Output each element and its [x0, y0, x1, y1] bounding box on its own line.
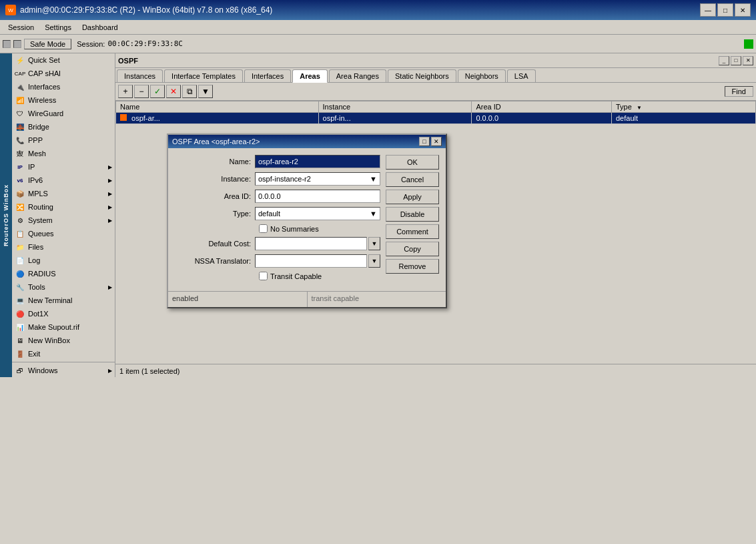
tab-area-ranges[interactable]: Area Ranges: [329, 69, 386, 82]
sidebar-label-quick-set: Quick Set: [28, 56, 60, 64]
tab-interfaces[interactable]: Interfaces: [244, 69, 291, 82]
new-winbox-icon: 🖥: [15, 335, 25, 346]
tools-arrow-icon: ▶: [108, 284, 112, 290]
mpls-arrow-icon: ▶: [108, 191, 112, 197]
sidebar-item-make-supout[interactable]: 📊 Make Supout.rif: [12, 320, 115, 334]
sidebar-item-exit[interactable]: 🚪 Exit: [12, 347, 115, 360]
apply-button[interactable]: Apply: [386, 190, 439, 204]
cancel-button[interactable]: Cancel: [386, 172, 439, 187]
sidebar-item-mesh[interactable]: 🕸 Mesh: [12, 147, 115, 160]
sidebar-item-dot1x[interactable]: 🔴 Dot1X: [12, 307, 115, 320]
sidebar-label-ipv6: IPv6: [28, 176, 43, 184]
sidebar-label-interfaces: Interfaces: [28, 83, 60, 91]
copy-button[interactable]: Copy: [386, 242, 439, 256]
areas-table: Name Instance Area ID Type ▼: [115, 101, 756, 124]
filter-button[interactable]: ▼: [198, 85, 213, 98]
default-cost-label: Default Cost:: [175, 240, 255, 248]
sidebar-item-mpls[interactable]: 📦 MPLS ▶: [12, 187, 115, 200]
sidebar-divider: [12, 362, 115, 362]
minimize-button[interactable]: —: [700, 3, 716, 17]
sidebar-item-interfaces[interactable]: 🔌 Interfaces: [12, 80, 115, 93]
dialog-restore-btn[interactable]: □: [419, 137, 430, 146]
sidebar-label-files: Files: [28, 243, 43, 251]
transit-capable-checkbox[interactable]: [259, 272, 268, 280]
remove-button[interactable]: Remove: [386, 259, 439, 274]
name-label: Name:: [175, 158, 255, 166]
sidebar-item-new-terminal[interactable]: 💻 New Terminal: [12, 294, 115, 307]
sidebar-item-windows[interactable]: 🗗 Windows ▶: [12, 364, 115, 377]
comment-button[interactable]: Comment: [386, 224, 439, 239]
nssa-translator-input[interactable]: [255, 254, 367, 268]
name-input[interactable]: [255, 155, 380, 168]
sidebar-label-windows: Windows: [28, 366, 58, 374]
ospf-close-btn[interactable]: ✕: [743, 56, 753, 65]
ospf-maximize-btn[interactable]: □: [731, 56, 741, 65]
disable-button[interactable]: Disable: [386, 207, 439, 222]
menu-dashboard[interactable]: Dashboard: [77, 22, 123, 33]
copy-button[interactable]: ⧉: [182, 85, 197, 98]
ok-button[interactable]: OK: [386, 155, 439, 170]
ospf-title-bar: OSPF _ □ ✕: [115, 53, 756, 68]
sidebar-item-ppp[interactable]: 📞 PPP: [12, 133, 115, 147]
tab-lsa[interactable]: LSA: [507, 69, 536, 82]
tab-instances[interactable]: Instances: [117, 69, 163, 82]
default-cost-input[interactable]: [255, 237, 367, 250]
title-bar-text: admin@00:0C:29:F9:33:8C (R2) - WinBox (6…: [20, 5, 272, 15]
col-name[interactable]: Name: [116, 101, 319, 113]
tab-interface-templates[interactable]: Interface Templates: [164, 69, 243, 82]
nssa-translator-dropdown-btn[interactable]: ▼: [368, 254, 380, 268]
sidebar-item-quick-set[interactable]: ⚡ Quick Set: [12, 53, 115, 67]
menu-settings[interactable]: Settings: [39, 22, 77, 33]
dialog-close-btn[interactable]: ✕: [431, 137, 442, 146]
maximize-button[interactable]: □: [717, 3, 733, 17]
col-area-id[interactable]: Area ID: [472, 101, 612, 113]
sidebar-item-ipv6[interactable]: v6 IPv6 ▶: [12, 174, 115, 187]
instance-select[interactable]: ospf-instance-r2 ▼: [255, 172, 380, 186]
sidebar-item-capsman[interactable]: CAP CAP sHAl: [12, 67, 115, 80]
sidebar-item-system[interactable]: ⚙ System ▶: [12, 214, 115, 227]
menu-bar: Session Settings Dashboard: [0, 20, 756, 35]
ospf-toolbar: + − ✓ ✕ ⧉ ▼ Find: [115, 83, 756, 101]
remove-button[interactable]: −: [134, 85, 149, 98]
ospf-minimize-btn[interactable]: _: [719, 56, 729, 65]
app-icon: W: [5, 5, 16, 15]
sidebar-item-wireguard[interactable]: 🛡 WireGuard: [12, 107, 115, 120]
disable-button[interactable]: ✕: [166, 85, 181, 98]
col-type[interactable]: Type ▼: [611, 101, 755, 113]
title-bar-controls: — □ ✕: [700, 3, 751, 17]
session-value: 00:0C:29:F9:33:8C: [107, 39, 183, 48]
sidebar-item-tools[interactable]: 🔧 Tools ▶: [12, 280, 115, 294]
brand-text: RouterOS WinBox: [3, 184, 9, 246]
row-status-indicator: [120, 114, 127, 121]
sidebar-item-new-winbox[interactable]: 🖥 New WinBox: [12, 334, 115, 347]
sidebar-item-wireless[interactable]: 📶 Wireless: [12, 93, 115, 107]
close-button[interactable]: ✕: [735, 3, 751, 17]
sidebar-item-bridge[interactable]: 🌉 Bridge: [12, 120, 115, 133]
default-cost-dropdown-btn[interactable]: ▼: [368, 237, 380, 250]
menu-session[interactable]: Session: [3, 22, 39, 33]
sidebar-item-files[interactable]: 📁 Files: [12, 240, 115, 254]
add-button[interactable]: +: [118, 85, 133, 98]
tab-areas[interactable]: Areas: [292, 69, 328, 83]
table-row[interactable]: ospf-ar... ospf-in... 0.0.0.0 default: [116, 113, 756, 124]
status-bar: 1 item (1 selected): [115, 364, 756, 377]
sidebar-item-routing[interactable]: 🔀 Routing ▶: [12, 200, 115, 214]
col-instance[interactable]: Instance: [318, 101, 472, 113]
safe-mode-button[interactable]: Safe Mode: [24, 39, 71, 49]
ospf-area-dialog[interactable]: OSPF Area <ospf-area-r2> □ ✕ Name: Insta…: [167, 133, 447, 308]
type-select[interactable]: default ▼: [255, 207, 380, 220]
sidebar-item-ip[interactable]: IP IP ▶: [12, 160, 115, 174]
queues-icon: 📋: [15, 228, 25, 239]
instance-field-row: Instance: ospf-instance-r2 ▼: [175, 172, 380, 186]
area-id-input[interactable]: [255, 190, 380, 203]
enable-button[interactable]: ✓: [150, 85, 165, 98]
sidebar-item-radius[interactable]: 🔵 RADIUS: [12, 267, 115, 280]
tab-neighbors[interactable]: Neighbors: [458, 69, 506, 82]
sidebar-item-queues[interactable]: 📋 Queues: [12, 227, 115, 240]
sidebar-item-log[interactable]: 📄 Log: [12, 254, 115, 267]
ip-arrow-icon: ▶: [108, 164, 112, 170]
windows-arrow-icon: ▶: [108, 368, 112, 374]
tab-static-neighbors[interactable]: Static Neighbors: [388, 69, 456, 82]
find-button[interactable]: Find: [725, 86, 753, 97]
no-summaries-checkbox[interactable]: [259, 224, 268, 233]
